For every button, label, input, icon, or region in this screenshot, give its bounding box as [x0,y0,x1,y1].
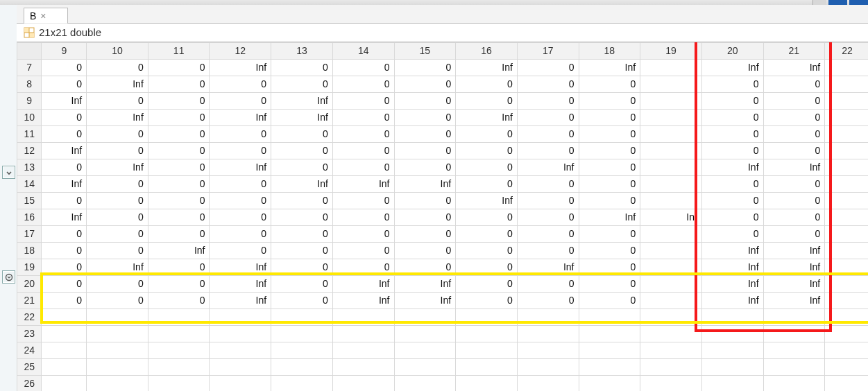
cell[interactable] [148,375,210,391]
cell[interactable]: 0 [148,259,210,275]
cell[interactable]: 0 [87,192,148,209]
cell[interactable] [701,342,763,358]
cell[interactable] [825,275,868,292]
cell[interactable] [456,358,518,375]
row-header[interactable]: 23 [17,325,42,342]
cell[interactable]: 0 [87,59,148,76]
cell[interactable]: 0 [517,92,579,109]
column-header[interactable]: 22 [825,42,868,59]
cell[interactable]: 0 [579,275,640,292]
cell[interactable] [579,342,640,358]
cell[interactable]: Inf [87,76,148,92]
row-header[interactable]: 14 [17,175,42,192]
cell[interactable] [640,292,702,309]
column-header[interactable]: 12 [210,42,271,59]
cell[interactable]: Inf [640,209,702,225]
cell[interactable]: 0 [517,109,579,125]
cell[interactable] [210,325,271,342]
cell[interactable] [456,342,518,358]
cell[interactable] [87,358,148,375]
cell[interactable]: 0 [148,175,210,192]
cell[interactable] [825,76,868,92]
cell[interactable]: Inf [517,159,579,175]
cell[interactable]: 0 [42,125,87,142]
cell[interactable]: 0 [394,92,456,109]
cell[interactable]: 0 [579,159,640,175]
cell[interactable]: Inf [210,159,271,175]
cell[interactable]: 0 [517,59,579,76]
cell[interactable]: Inf [87,159,148,175]
cell[interactable] [640,358,702,375]
cell[interactable]: 0 [456,225,518,242]
row-header[interactable]: 22 [17,309,42,325]
cell[interactable]: 0 [148,292,210,309]
cell[interactable] [640,159,702,175]
cell[interactable]: 0 [763,76,825,92]
cell[interactable] [42,358,87,375]
cell[interactable]: 0 [87,292,148,309]
cell[interactable]: 0 [210,92,271,109]
cell[interactable] [517,325,579,342]
cell[interactable]: 0 [332,109,394,125]
cell[interactable] [87,325,148,342]
cell[interactable] [825,242,868,259]
data-table[interactable]: 910111213141516171819202122 7000Inf000In… [17,42,868,391]
cell[interactable]: 0 [517,142,579,159]
cell[interactable]: 0 [579,292,640,309]
row-header[interactable]: 16 [17,209,42,225]
cell[interactable]: Inf [701,159,763,175]
cell[interactable] [271,342,333,358]
cell[interactable]: 0 [456,175,518,192]
cell[interactable]: Inf [579,59,640,76]
column-header[interactable]: 14 [332,42,394,59]
cell[interactable]: 0 [332,125,394,142]
cell[interactable] [640,375,702,391]
cell[interactable]: 0 [42,275,87,292]
cell[interactable]: 0 [42,159,87,175]
row-header[interactable]: 9 [17,92,42,109]
cell[interactable]: 0 [763,125,825,142]
cell[interactable]: 0 [42,259,87,275]
cell[interactable] [825,209,868,225]
column-header[interactable]: 10 [87,42,148,59]
cell[interactable]: 0 [456,76,518,92]
cell[interactable] [332,309,394,325]
cell[interactable]: 0 [271,292,333,309]
cell[interactable]: 0 [763,175,825,192]
row-header[interactable]: 8 [17,76,42,92]
cell[interactable]: 0 [517,209,579,225]
cell[interactable] [148,309,210,325]
cell[interactable]: 0 [394,109,456,125]
window-control-accent[interactable] [828,0,847,5]
cell[interactable] [210,375,271,391]
cell[interactable]: 0 [394,159,456,175]
cell[interactable]: Inf [87,109,148,125]
cell[interactable] [640,225,702,242]
cell[interactable]: 0 [87,242,148,259]
cell[interactable] [825,159,868,175]
cell[interactable]: Inf [210,109,271,125]
cell[interactable]: 0 [148,76,210,92]
collapse-toggle-arrow-icon[interactable] [2,166,15,179]
cell[interactable] [332,358,394,375]
cell[interactable] [42,309,87,325]
cell[interactable]: 0 [763,192,825,209]
row-header[interactable]: 10 [17,109,42,125]
column-header[interactable]: 18 [579,42,640,59]
cell[interactable]: Inf [579,209,640,225]
corner-cell[interactable] [17,42,42,59]
cell[interactable]: 0 [517,225,579,242]
cell[interactable]: 0 [701,109,763,125]
cell[interactable]: 0 [579,225,640,242]
column-header[interactable]: 19 [640,42,702,59]
cell[interactable] [763,309,825,325]
cell[interactable]: 0 [271,209,333,225]
cell[interactable]: 0 [763,225,825,242]
row-header[interactable]: 18 [17,242,42,259]
cell[interactable]: 0 [210,125,271,142]
cell[interactable] [332,375,394,391]
close-icon[interactable]: × [40,11,46,21]
cell[interactable]: 0 [42,59,87,76]
column-header[interactable]: 13 [271,42,333,59]
cell[interactable]: 0 [456,242,518,259]
